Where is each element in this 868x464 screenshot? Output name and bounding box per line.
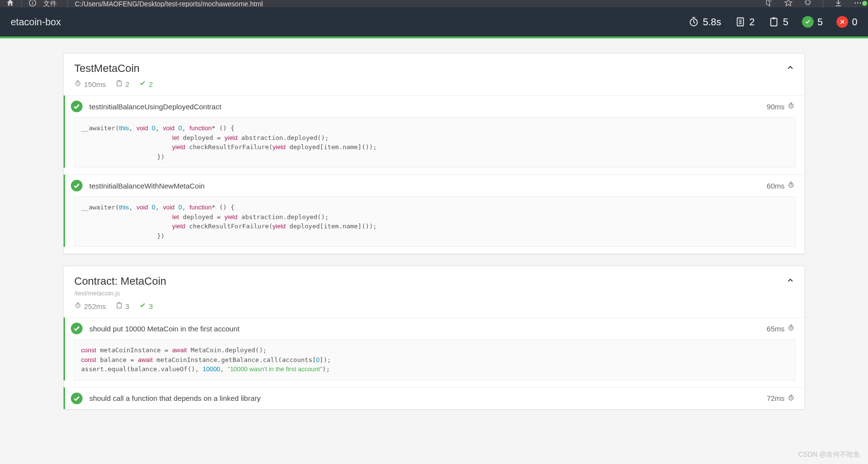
timer-icon [74, 302, 82, 310]
info-icon[interactable] [29, 0, 36, 7]
stat-suites: 2 [735, 17, 755, 28]
stat-duration: 5.8s [688, 17, 721, 28]
svg-rect-19 [117, 303, 121, 309]
divider [823, 0, 823, 7]
suite: Contract: MetaCoin /test/metacoin.js 252… [63, 266, 805, 410]
test-duration: 90ms [767, 102, 795, 111]
test: should put 10000 MetaCoin in the first a… [64, 317, 804, 380]
timer-icon [787, 394, 795, 403]
stat-failures: 0 [836, 16, 857, 28]
test-header[interactable]: should call a function that depends on a… [65, 388, 804, 409]
timer-icon [787, 324, 795, 333]
browser-chrome-bar: 文件 C:/Users/MAOFENG/Desktop/test-reports… [0, 0, 868, 7]
more-icon[interactable] [853, 0, 862, 7]
passes-value: 5 [818, 17, 823, 28]
test: should call a function that depends on a… [64, 387, 804, 409]
timer-icon [787, 102, 795, 111]
url-file-label: 文件 [43, 0, 57, 7]
suite-test-count: 2 [116, 80, 129, 88]
divider [21, 0, 22, 7]
svg-text:A: A [770, 0, 772, 2]
svg-rect-10 [772, 17, 775, 19]
pass-icon [71, 101, 83, 112]
svg-rect-9 [770, 18, 777, 26]
test-name: testInitialBalanceWithNewMetaCoin [89, 182, 760, 190]
svg-rect-12 [117, 81, 121, 86]
suite-duration: 252ms [74, 302, 106, 310]
tests-value: 5 [783, 17, 788, 28]
duration-value: 5.8s [703, 17, 721, 28]
check-icon [802, 16, 814, 28]
svg-point-5 [857, 2, 859, 4]
suite-pass-count: 2 [139, 80, 152, 88]
test-name: testInitialBalanceUsingDeployedContract [89, 103, 760, 111]
x-icon [836, 16, 848, 28]
svg-rect-20 [118, 302, 120, 304]
failures-value: 0 [852, 17, 857, 28]
test-duration: 60ms [767, 181, 795, 190]
clipboard-icon [116, 302, 123, 310]
svg-point-6 [860, 2, 861, 4]
report-header: etacoin-box 5.8s 2 5 5 0 [0, 7, 868, 36]
check-icon [139, 80, 146, 88]
svg-rect-2 [32, 1, 33, 1]
suites-value: 2 [750, 17, 755, 28]
code-block: __awaiter(this, void 0, void 0, function… [74, 117, 796, 168]
pass-icon [71, 180, 83, 191]
suite-header[interactable]: Contract: MetaCoin /test/metacoin.js 252… [64, 266, 804, 317]
read-aloud-icon[interactable]: A [765, 0, 773, 7]
favorite-icon[interactable] [784, 0, 793, 7]
code-block: __awaiter(this, void 0, void 0, function… [74, 196, 796, 247]
svg-rect-13 [118, 80, 120, 82]
clipboard-icon [116, 80, 123, 88]
suite-header[interactable]: TestMetaCoin 150ms 2 2 [64, 53, 804, 95]
test-name: should put 10000 MetaCoin in the first a… [89, 325, 760, 333]
report-title: etacoin-box [11, 17, 61, 28]
suite: TestMetaCoin 150ms 2 2 testInitialBalanc… [63, 53, 805, 254]
test-duration: 72ms [767, 394, 795, 403]
test-header[interactable]: testInitialBalanceWithNewMetaCoin 60ms [65, 175, 804, 196]
report-body: TestMetaCoin 150ms 2 2 testInitialBalanc… [0, 38, 868, 436]
svg-rect-1 [32, 2, 33, 5]
test-name: should call a function that depends on a… [89, 394, 760, 402]
test-header[interactable]: should put 10000 MetaCoin in the first a… [65, 318, 804, 339]
home-icon[interactable] [6, 0, 15, 7]
stat-tests: 5 [768, 17, 788, 28]
test-duration: 65ms [767, 324, 795, 333]
profile-indicator[interactable] [862, 1, 867, 6]
test: testInitialBalanceUsingDeployedContract … [64, 95, 804, 168]
pass-icon [71, 323, 83, 334]
suite-duration: 150ms [74, 80, 106, 88]
suite-file: /test/metacoin.js [74, 290, 794, 297]
test: testInitialBalanceWithNewMetaCoin 60ms _… [64, 174, 804, 247]
check-icon [139, 302, 146, 310]
chevron-up-icon[interactable] [786, 63, 795, 74]
chevron-up-icon[interactable] [786, 276, 795, 287]
divider [67, 0, 68, 7]
suite-pass-count: 3 [139, 302, 152, 310]
suite-test-count: 3 [116, 302, 129, 310]
download-icon[interactable] [834, 0, 843, 7]
url-path[interactable]: C:/Users/MAOFENG/Desktop/test-reports/mo… [75, 0, 263, 7]
suite-title: TestMetaCoin [74, 62, 794, 75]
test-header[interactable]: testInitialBalanceUsingDeployedContract … [65, 96, 804, 117]
timer-icon [74, 80, 82, 88]
pass-icon [71, 393, 83, 404]
extensions-icon[interactable] [803, 0, 812, 7]
svg-point-4 [854, 2, 856, 4]
suite-title: Contract: MetaCoin [74, 275, 794, 288]
stat-passes: 5 [802, 16, 823, 28]
timer-icon [787, 181, 795, 190]
code-block: const metaCoinInstance = await MetaCoin.… [74, 339, 796, 380]
